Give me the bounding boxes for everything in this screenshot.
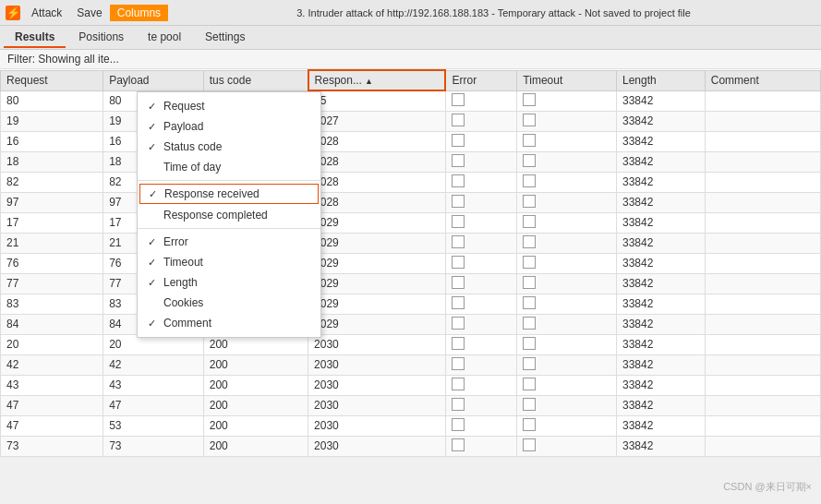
- cell-timeout: [517, 233, 617, 253]
- menu-save[interactable]: Save: [69, 5, 109, 21]
- table-row[interactable]: 8484200202933842: [1, 314, 821, 334]
- checkbox[interactable]: [523, 337, 536, 350]
- cell-timeout: [517, 415, 617, 436]
- table-row[interactable]: 1919202733842: [1, 111, 821, 131]
- table-row[interactable]: 2020200203033842: [1, 334, 821, 354]
- checkbox[interactable]: [452, 93, 465, 106]
- checkbox[interactable]: [452, 215, 465, 228]
- checkbox[interactable]: [523, 378, 536, 390]
- table-row[interactable]: 4753200203033842: [1, 415, 821, 436]
- cell-length: 33842: [617, 253, 706, 273]
- table-row[interactable]: 9797202833842: [1, 192, 821, 212]
- col-error[interactable]: Error: [445, 70, 516, 90]
- checkbox[interactable]: [452, 378, 465, 390]
- tab-settings[interactable]: Settings: [194, 28, 256, 48]
- dropdown-item-response-received[interactable]: ✓Response received: [139, 184, 319, 204]
- checkbox[interactable]: [452, 418, 465, 431]
- cell-request: 97: [1, 192, 103, 212]
- table-row[interactable]: 7373200203033842: [1, 436, 821, 456]
- checkbox[interactable]: [523, 296, 536, 309]
- checkbox[interactable]: [452, 357, 465, 370]
- menu-columns[interactable]: Columns: [110, 5, 168, 21]
- dropdown-item-comment[interactable]: ✓Comment: [138, 313, 320, 333]
- checkbox[interactable]: [452, 235, 465, 248]
- checkbox[interactable]: [523, 418, 536, 431]
- table-row[interactable]: 4343200203033842: [1, 375, 821, 395]
- checkbox[interactable]: [523, 235, 536, 248]
- checkbox[interactable]: [452, 114, 465, 126]
- cell-length: 33842: [617, 395, 706, 415]
- checkbox[interactable]: [523, 276, 536, 289]
- cell-error: [445, 375, 516, 395]
- cell-payload: 47: [103, 395, 204, 415]
- checkbox[interactable]: [523, 256, 536, 269]
- col-length[interactable]: Length: [617, 70, 706, 90]
- checkbox[interactable]: [523, 195, 536, 208]
- checkbox[interactable]: [523, 93, 536, 106]
- cell-comment: [705, 233, 820, 253]
- table-row[interactable]: 1616202833842: [1, 131, 821, 151]
- checkbox[interactable]: [452, 276, 465, 289]
- cell-error: [445, 212, 516, 233]
- table-row[interactable]: 7676202933842: [1, 253, 821, 273]
- cell-timeout: [517, 253, 617, 273]
- checkbox[interactable]: [523, 438, 536, 451]
- table-row[interactable]: 7777200202933842: [1, 273, 821, 294]
- checkbox[interactable]: [452, 195, 465, 208]
- dropdown-item-cookies[interactable]: Cookies: [138, 293, 320, 313]
- checkbox[interactable]: [523, 215, 536, 228]
- cell-timeout: [517, 273, 617, 294]
- dropdown-item-length[interactable]: ✓Length: [138, 272, 320, 293]
- checkbox[interactable]: [452, 154, 465, 167]
- table-container[interactable]: Request Payload tus code Respon...▲ Erro…: [0, 69, 821, 503]
- checkbox[interactable]: [523, 114, 536, 126]
- checkbox[interactable]: [452, 296, 465, 309]
- table-row[interactable]: 4747200203033842: [1, 395, 821, 415]
- checkbox[interactable]: [452, 398, 465, 411]
- table-row[interactable]: 1818202833842: [1, 151, 821, 172]
- col-comment[interactable]: Comment: [705, 70, 820, 90]
- checkbox[interactable]: [523, 174, 536, 187]
- checkbox[interactable]: [452, 438, 465, 451]
- table-row[interactable]: 2121202933842: [1, 233, 821, 253]
- col-response[interactable]: Respon...▲: [308, 70, 446, 90]
- cell-request: 20: [1, 334, 103, 354]
- dropdown-item-payload[interactable]: ✓Payload: [138, 116, 320, 137]
- cell-response: 2028: [308, 151, 446, 172]
- tab-positions[interactable]: Positions: [67, 28, 135, 48]
- dropdown-item-request[interactable]: ✓Request: [138, 96, 320, 116]
- checkbox[interactable]: [452, 174, 465, 187]
- col-status-code[interactable]: tus code: [203, 70, 308, 90]
- checkbox[interactable]: [452, 317, 465, 330]
- checkbox[interactable]: [452, 337, 465, 350]
- table-row[interactable]: 1717202933842: [1, 212, 821, 233]
- cell-request: 17: [1, 212, 103, 233]
- col-request[interactable]: Request: [1, 70, 103, 90]
- cell-response: 2029: [308, 233, 446, 253]
- checkbox[interactable]: [523, 317, 536, 330]
- tab-thread-pool[interactable]: te pool: [137, 28, 192, 48]
- checkbox[interactable]: [523, 134, 536, 147]
- checkbox[interactable]: [523, 154, 536, 167]
- dropdown-item-response-completed[interactable]: Response completed: [138, 205, 320, 225]
- cell-error: [445, 151, 516, 172]
- dropdown-item-error[interactable]: ✓Error: [138, 232, 320, 252]
- menu-attack[interactable]: Attack: [24, 5, 69, 21]
- col-timeout[interactable]: Timeout: [517, 70, 617, 90]
- tab-results[interactable]: Results: [4, 28, 66, 48]
- cell-error: [445, 111, 516, 131]
- checkbox[interactable]: [452, 134, 465, 147]
- dropdown-item-status-code[interactable]: ✓Status code: [138, 137, 320, 157]
- table-row[interactable]: 80801533842: [1, 90, 821, 111]
- table-row[interactable]: 4242200203033842: [1, 354, 821, 375]
- dropdown-item-timeout[interactable]: ✓Timeout: [138, 252, 320, 272]
- table-row[interactable]: 8282202833842: [1, 172, 821, 192]
- col-payload[interactable]: Payload: [103, 70, 204, 90]
- checkbox[interactable]: [452, 256, 465, 269]
- cell-length: 33842: [617, 294, 706, 314]
- checkbox[interactable]: [523, 357, 536, 370]
- checkbox[interactable]: [523, 398, 536, 411]
- dropdown-item-label: Request: [163, 100, 205, 113]
- dropdown-item-time-of-day[interactable]: Time of day: [138, 157, 320, 177]
- table-row[interactable]: 8383200202933842: [1, 294, 821, 314]
